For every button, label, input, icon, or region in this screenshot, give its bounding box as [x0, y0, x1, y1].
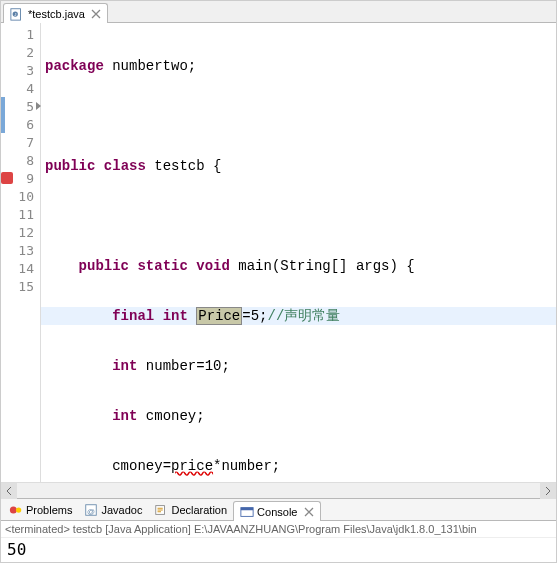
line-number: 5 — [1, 97, 40, 115]
line-number-error: 9 — [1, 169, 40, 187]
tab-label: Problems — [26, 504, 72, 516]
svg-text:@: @ — [87, 507, 95, 516]
code-line: public class testcb { — [41, 157, 556, 175]
code-line: cmoney=price*number; — [41, 457, 556, 475]
svg-point-3 — [10, 507, 17, 514]
line-number: 6 — [1, 115, 40, 133]
tab-declaration[interactable]: Declaration — [148, 500, 233, 520]
line-gutter: 1 2 3 4 5 6 7 8 9 10 11 12 13 14 15 — [1, 23, 41, 482]
code-line: public static void main(String[] args) { — [41, 257, 556, 275]
scroll-right-arrow[interactable] — [540, 483, 556, 499]
line-number: 13 — [1, 241, 40, 259]
svg-text:J: J — [14, 11, 16, 16]
code-line: int number=10; — [41, 357, 556, 375]
code-line — [41, 207, 556, 225]
console-status: <terminated> testcb [Java Application] E… — [1, 521, 556, 538]
tab-label: Declaration — [171, 504, 227, 516]
console-output: 50 — [1, 538, 556, 562]
declaration-icon — [154, 503, 168, 517]
line-number: 7 — [1, 133, 40, 151]
editor-tab-label: *testcb.java — [28, 8, 85, 20]
java-file-icon: J — [10, 7, 24, 21]
close-icon[interactable] — [91, 9, 101, 19]
line-number: 8 — [1, 151, 40, 169]
tab-label: Javadoc — [101, 504, 142, 516]
console-panel: <terminated> testcb [Java Application] E… — [1, 520, 556, 562]
svg-point-4 — [16, 507, 21, 512]
code-line — [41, 107, 556, 125]
bottom-tab-bar: Problems @ Javadoc Declaration Console — [1, 498, 556, 520]
editor-tab[interactable]: J *testcb.java — [3, 3, 108, 23]
close-icon[interactable] — [304, 507, 314, 517]
line-number: 2 — [1, 43, 40, 61]
horizontal-scrollbar[interactable] — [1, 482, 556, 498]
svg-rect-9 — [241, 507, 253, 510]
line-number: 4 — [1, 79, 40, 97]
console-icon — [240, 505, 254, 519]
line-number: 12 — [1, 223, 40, 241]
code-line: int cmoney; — [41, 407, 556, 425]
javadoc-icon: @ — [84, 503, 98, 517]
tab-problems[interactable]: Problems — [3, 500, 78, 520]
tab-javadoc[interactable]: @ Javadoc — [78, 500, 148, 520]
line-number: 1 — [1, 25, 40, 43]
line-number: 14 — [1, 259, 40, 277]
line-number: 15 — [1, 277, 40, 295]
line-number: 10 — [1, 187, 40, 205]
tab-label: Console — [257, 506, 297, 518]
line-number: 3 — [1, 61, 40, 79]
code-area[interactable]: package numbertwo; public class testcb {… — [41, 23, 556, 482]
code-line: final int Price=5;//声明常量 — [41, 307, 556, 325]
code-line: package numbertwo; — [41, 57, 556, 75]
scroll-left-arrow[interactable] — [1, 483, 17, 499]
tab-console[interactable]: Console — [233, 501, 321, 521]
code-editor[interactable]: 1 2 3 4 5 6 7 8 9 10 11 12 13 14 15 pack… — [1, 23, 556, 482]
editor-tab-bar: J *testcb.java — [1, 1, 556, 23]
problems-icon — [9, 503, 23, 517]
line-number: 11 — [1, 205, 40, 223]
